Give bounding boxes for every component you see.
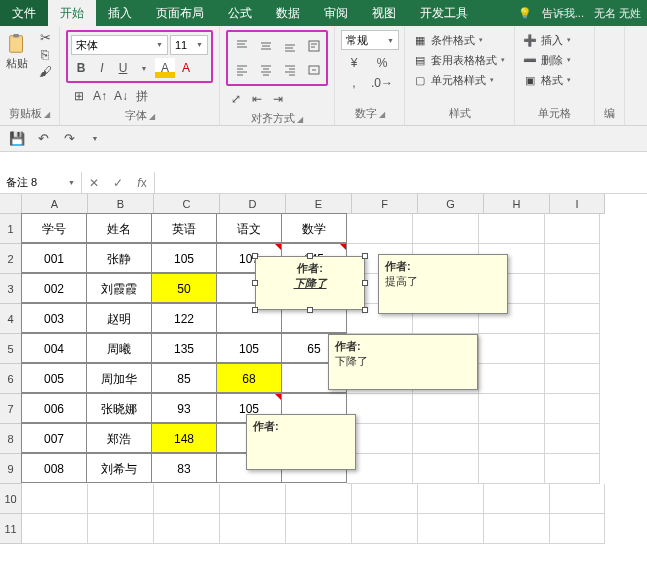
cell[interactable]: 003	[21, 303, 87, 333]
row-header[interactable]: 1	[0, 214, 22, 244]
column-header[interactable]: G	[418, 194, 484, 214]
cell[interactable]: 68	[216, 363, 282, 393]
cell[interactable]: 004	[21, 333, 87, 363]
cell[interactable]: 英语	[151, 213, 217, 243]
cell[interactable]: 数学	[281, 213, 347, 243]
cell[interactable]	[545, 214, 600, 244]
cell[interactable]	[22, 514, 88, 544]
conditional-formatting-button[interactable]: ▦条件格式▾	[411, 30, 508, 50]
row-header[interactable]: 9	[0, 454, 22, 484]
column-header[interactable]: D	[220, 194, 286, 214]
cell[interactable]	[413, 454, 479, 484]
cell[interactable]	[352, 484, 418, 514]
user-name[interactable]: 无名 无姓	[594, 6, 641, 21]
cell[interactable]: 周曦	[86, 333, 152, 363]
row-header[interactable]: 10	[0, 484, 22, 514]
cell[interactable]: 008	[21, 453, 87, 483]
align-right-icon[interactable]	[279, 59, 301, 81]
format-as-table-button[interactable]: ▤套用表格格式▾	[411, 50, 508, 70]
cell[interactable]	[286, 484, 352, 514]
cell[interactable]: 105	[151, 243, 217, 273]
cell[interactable]: 张晓娜	[86, 393, 152, 423]
column-header[interactable]: B	[88, 194, 154, 214]
cell[interactable]	[479, 394, 545, 424]
cell[interactable]	[479, 424, 545, 454]
comment-box[interactable]: 作者: 下降了	[328, 334, 478, 390]
cut-icon[interactable]: ✂	[36, 30, 54, 44]
align-middle-icon[interactable]	[255, 35, 277, 57]
comment-box[interactable]: 作者: 提高了	[378, 254, 508, 314]
cell[interactable]	[413, 394, 479, 424]
align-left-icon[interactable]	[231, 59, 253, 81]
cell[interactable]	[545, 304, 600, 334]
cell[interactable]: 50	[151, 273, 217, 303]
row-header[interactable]: 7	[0, 394, 22, 424]
cell[interactable]: 85	[151, 363, 217, 393]
cell[interactable]	[347, 214, 413, 244]
cell[interactable]	[413, 214, 479, 244]
fill-color-button[interactable]: A	[155, 58, 175, 78]
cell[interactable]	[545, 364, 600, 394]
cell[interactable]	[484, 514, 550, 544]
save-icon[interactable]: 💾	[8, 130, 26, 148]
tab-file[interactable]: 文件	[0, 0, 48, 26]
cell[interactable]: 郑浩	[86, 423, 152, 453]
cell[interactable]: 刘霞霞	[86, 273, 152, 303]
formula-bar[interactable]	[155, 172, 647, 193]
format-painter-icon[interactable]: 🖌	[36, 64, 54, 78]
copy-icon[interactable]: ⎘	[36, 47, 54, 61]
cell[interactable]	[545, 424, 600, 454]
cell[interactable]	[479, 454, 545, 484]
phonetic-button[interactable]: 拼	[132, 86, 152, 106]
comment-box-selected[interactable]: 作者: 下降了	[255, 256, 365, 310]
row-header[interactable]: 8	[0, 424, 22, 454]
cell[interactable]: 006	[21, 393, 87, 423]
tell-me[interactable]: 告诉我...	[542, 6, 584, 21]
cell[interactable]: 007	[21, 423, 87, 453]
decrease-indent-icon[interactable]: ⇤	[247, 89, 267, 109]
name-box[interactable]: 备注 8▼	[0, 172, 82, 193]
column-header[interactable]: A	[22, 194, 88, 214]
cell[interactable]	[545, 274, 600, 304]
cell[interactable]: 002	[21, 273, 87, 303]
cell[interactable]	[286, 514, 352, 544]
font-size-select[interactable]: 11▼	[170, 35, 208, 55]
format-cells-button[interactable]: ▣格式▾	[521, 70, 588, 90]
cell[interactable]	[418, 514, 484, 544]
cell[interactable]: 93	[151, 393, 217, 423]
comma-icon[interactable]: ,	[341, 73, 367, 93]
cell[interactable]	[545, 454, 600, 484]
comment-box[interactable]: 作者:	[246, 414, 356, 470]
orientation-icon[interactable]: ⤢	[226, 89, 246, 109]
increase-decimal-icon[interactable]: .0→	[369, 73, 395, 93]
cell[interactable]	[479, 214, 545, 244]
column-header[interactable]: F	[352, 194, 418, 214]
cell[interactable]	[479, 334, 545, 364]
cell[interactable]	[413, 424, 479, 454]
cell[interactable]: 刘希与	[86, 453, 152, 483]
decrease-font-icon[interactable]: A↓	[111, 86, 131, 106]
redo-icon[interactable]: ↷	[60, 130, 78, 148]
cell[interactable]: 83	[151, 453, 217, 483]
cell[interactable]	[220, 514, 286, 544]
cell[interactable]: 周加华	[86, 363, 152, 393]
cell[interactable]	[479, 364, 545, 394]
cell[interactable]	[88, 514, 154, 544]
cell[interactable]: 105	[216, 333, 282, 363]
column-header[interactable]: C	[154, 194, 220, 214]
align-top-icon[interactable]	[231, 35, 253, 57]
cell[interactable]: 148	[151, 423, 217, 453]
row-header[interactable]: 2	[0, 244, 22, 274]
fx-icon[interactable]: fx	[130, 176, 154, 190]
cell[interactable]: 张静	[86, 243, 152, 273]
cell[interactable]: 135	[151, 333, 217, 363]
tab-review[interactable]: 审阅	[312, 0, 360, 26]
cell[interactable]: 姓名	[86, 213, 152, 243]
tab-developer[interactable]: 开发工具	[408, 0, 480, 26]
cell[interactable]	[347, 394, 413, 424]
percent-icon[interactable]: %	[369, 53, 395, 73]
underline-dropdown[interactable]: ▼	[134, 58, 154, 78]
cell[interactable]	[88, 484, 154, 514]
increase-font-icon[interactable]: A↑	[90, 86, 110, 106]
tab-view[interactable]: 视图	[360, 0, 408, 26]
